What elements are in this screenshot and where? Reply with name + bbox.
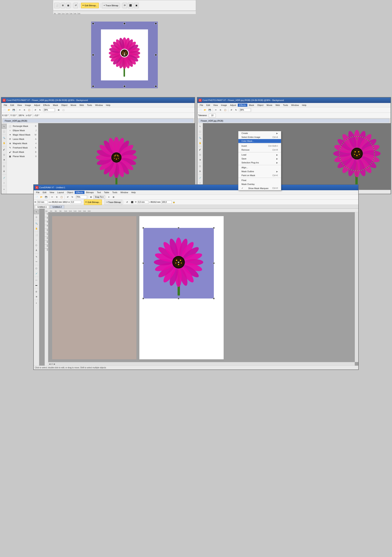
cd-hscrollbar[interactable]: ◀ 1/1 ▶ bbox=[48, 362, 355, 366]
cd-tool-select[interactable]: ↖ bbox=[34, 209, 39, 214]
tb-redo[interactable]: ↻ bbox=[38, 108, 42, 112]
cd-tool-pan[interactable]: ✋ bbox=[34, 226, 39, 231]
cd-tb-icon1[interactable]: ↺ bbox=[125, 200, 129, 204]
mask-selection-plugins[interactable]: Selection Plug-Ins ▶ bbox=[238, 161, 281, 164]
cd-tool-zoom[interactable]: 🔍 bbox=[34, 221, 39, 226]
mask-float[interactable]: Float bbox=[238, 178, 281, 182]
cd-menu-text[interactable]: Text bbox=[95, 191, 102, 194]
tool-zoom[interactable]: 🔍 bbox=[2, 136, 7, 140]
toolbar-icon-7[interactable]: ▣ bbox=[134, 3, 139, 8]
cd-trace-bitmap-btn[interactable]: ⇢ Trace Bitmap bbox=[104, 199, 122, 205]
menu-edit-left[interactable]: Edit bbox=[9, 104, 16, 107]
menu-window-right[interactable]: Window bbox=[289, 104, 300, 107]
mask-color-mask[interactable]: Color Mask... bbox=[238, 139, 281, 143]
mask-create[interactable]: Create ▶ bbox=[238, 131, 281, 135]
tool-eraser[interactable]: ◻ bbox=[2, 152, 7, 157]
cd-edit-bitmap-btn[interactable]: ✏ Edit Bitmap... bbox=[84, 199, 102, 205]
cd-y-input[interactable] bbox=[138, 201, 148, 204]
tolerance-input[interactable] bbox=[209, 114, 216, 117]
cd-tb-cut[interactable]: ✂ bbox=[50, 195, 54, 199]
menu-mask-left[interactable]: Mask bbox=[51, 104, 60, 107]
menu-web-left[interactable]: Web bbox=[78, 104, 85, 107]
mask-outline[interactable]: Mask Outline ▶ bbox=[238, 170, 281, 173]
mask-remove[interactable]: Remove Ctrl+R bbox=[238, 148, 281, 152]
cd-tool-add[interactable]: + bbox=[34, 301, 39, 305]
cd-angle-input[interactable] bbox=[71, 201, 81, 204]
cd-menu-object[interactable]: Object bbox=[65, 191, 75, 194]
tool-add[interactable]: + bbox=[2, 187, 7, 192]
mask-item-magnetic[interactable]: ⊕ Magnetic Mask 4 bbox=[7, 141, 38, 146]
cd-tb-redo[interactable]: ↻ bbox=[70, 195, 74, 199]
trace-bitmap-button[interactable]: ⇢ Trace Bitmap bbox=[102, 3, 120, 8]
mask-item-lasso[interactable]: ⟳ Lasso Mask A bbox=[7, 137, 38, 141]
mask-item-brush[interactable]: 🖌 Brush Mask B bbox=[7, 150, 38, 154]
tool-fill[interactable]: ⬡ bbox=[2, 164, 7, 168]
tb-save-r[interactable]: 💾 bbox=[208, 108, 212, 112]
mask-overlay[interactable]: Mask Overlay bbox=[238, 182, 281, 186]
cd-menu-window[interactable]: Window bbox=[119, 191, 130, 194]
cd-tb-new[interactable]: 📄 bbox=[34, 195, 39, 199]
mask-item-freehand[interactable]: ✎ Freehand Mask K bbox=[7, 146, 38, 150]
cd-tool-poly[interactable]: ⬡ bbox=[34, 243, 39, 247]
tb-redo-r[interactable]: ↻ bbox=[234, 108, 238, 112]
cd-tool-rect[interactable]: ⬜ bbox=[34, 233, 39, 237]
tb-undo-r[interactable]: ↺ bbox=[229, 108, 233, 112]
tool-text-r[interactable]: A bbox=[198, 169, 202, 173]
tool-clone-r[interactable]: ⊕ bbox=[198, 157, 202, 162]
menu-adjust-right[interactable]: Adjust bbox=[229, 104, 238, 107]
mask-item-ellipse[interactable]: ○ Ellipse Mask J bbox=[7, 128, 38, 133]
tool-pan[interactable]: ✋ bbox=[2, 141, 7, 145]
menu-tools-right[interactable]: Tools bbox=[281, 104, 290, 107]
mask-item-rectangle[interactable]: ⬜ Rectangle Mask R bbox=[7, 124, 38, 128]
tb-open[interactable]: 📂 bbox=[7, 108, 11, 112]
edit-bitmap-button[interactable]: ✏ Edit Bitmap... bbox=[81, 3, 99, 8]
tool-crop-r[interactable]: ⬚ bbox=[198, 129, 202, 134]
toolbar-icon-3[interactable]: ▦ bbox=[66, 3, 71, 8]
cd-tool-fill[interactable]: ⬡ bbox=[34, 266, 39, 271]
cd-tb-save[interactable]: 💾 bbox=[44, 195, 48, 199]
cd-tool-ellipse[interactable]: ○ bbox=[34, 238, 39, 242]
tool-zoom-r[interactable]: 🔍 bbox=[198, 136, 202, 140]
mask-show-marquee[interactable]: ✓ Show Mask Marquee Ctrl+H bbox=[238, 186, 281, 190]
tool-eraser-r[interactable]: ◻ bbox=[198, 152, 202, 157]
menu-image-right[interactable]: Image bbox=[219, 104, 229, 107]
tool-select[interactable]: ↖ bbox=[2, 124, 7, 129]
cd-tb-copy[interactable]: ⎘ bbox=[55, 195, 59, 199]
tb-undo[interactable]: ↺ bbox=[33, 108, 37, 112]
cd-menu-tools[interactable]: Tools bbox=[111, 191, 119, 194]
tb-more1[interactable]: ⊞ bbox=[56, 108, 61, 112]
cd-menu-table[interactable]: Table bbox=[103, 191, 111, 194]
cd-menu-view[interactable]: View bbox=[48, 191, 56, 194]
cd-tb-paste[interactable]: 📋 bbox=[59, 195, 64, 199]
cd-menu-file[interactable]: File bbox=[34, 191, 41, 194]
tool-eyedrop-r[interactable]: 💉 bbox=[198, 175, 202, 180]
menu-view-right[interactable]: View bbox=[212, 104, 220, 107]
menu-effects-left[interactable]: Effects bbox=[42, 104, 51, 107]
cd-zoom-input[interactable] bbox=[76, 195, 87, 199]
menu-object-left[interactable]: Object bbox=[60, 104, 69, 107]
menu-window-left[interactable]: Window bbox=[94, 104, 104, 107]
tb-paste-r[interactable]: 📋 bbox=[223, 108, 227, 112]
mask-load[interactable]: Load ▶ bbox=[238, 153, 281, 157]
tb-paste[interactable]: 📋 bbox=[27, 108, 31, 112]
menu-mask-right[interactable]: Mask bbox=[247, 104, 256, 107]
cd-tab-1[interactable]: Untitled-1 bbox=[35, 205, 49, 208]
menu-movie-right[interactable]: Movie bbox=[265, 104, 274, 107]
cd-tool-node[interactable]: ◇ bbox=[34, 214, 39, 219]
tool-select-r[interactable]: ↖ bbox=[198, 124, 202, 129]
tb-open-r[interactable]: 📂 bbox=[203, 108, 207, 112]
cd-menu-help[interactable]: Help bbox=[130, 191, 137, 194]
mask-align[interactable]: Align... bbox=[238, 165, 281, 170]
toolbar-icon-1[interactable]: ⬜ bbox=[54, 3, 60, 8]
cd-tb-open[interactable]: 📂 bbox=[39, 195, 43, 199]
cd-menu-bitmaps[interactable]: Bitmaps bbox=[84, 191, 96, 194]
cd-vscrollbar[interactable] bbox=[355, 212, 358, 362]
cd-menu-edit[interactable]: Edit bbox=[41, 191, 48, 194]
cd-scale-y-input[interactable] bbox=[161, 201, 172, 204]
tb-copy[interactable]: ⎘ bbox=[22, 108, 27, 112]
cd-tb-snap[interactable]: ⊞ bbox=[89, 195, 93, 199]
cd-tool-contour[interactable]: ◎ bbox=[34, 289, 39, 294]
tool-pan-r[interactable]: ✋ bbox=[198, 141, 202, 145]
cd-tool-connector[interactable]: — bbox=[34, 278, 39, 282]
tb-new[interactable]: 📄 bbox=[2, 108, 7, 112]
